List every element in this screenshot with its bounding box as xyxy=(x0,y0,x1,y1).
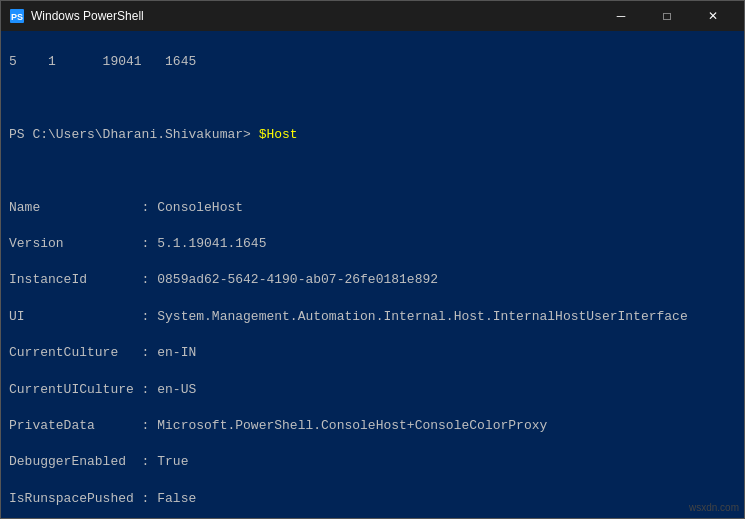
powershell-window: PS Windows PowerShell ─ □ ✕ 5 1 19041 16… xyxy=(0,0,745,519)
prompt-1: PS C:\Users\Dharani.Shivakumar> xyxy=(9,127,259,142)
window-controls: ─ □ ✕ xyxy=(598,1,736,31)
output-instanceid: InstanceId : 0859ad62-5642-4190-ab07-26f… xyxy=(9,271,736,289)
svg-text:PS: PS xyxy=(11,12,23,22)
output-currentuiculture: CurrentUICulture : en-US xyxy=(9,381,736,399)
maximize-button[interactable]: □ xyxy=(644,1,690,31)
output-debuggerenabled: DebuggerEnabled : True xyxy=(9,453,736,471)
blank-line-1 xyxy=(9,90,736,108)
terminal-body[interactable]: 5 1 19041 1645 PS C:\Users\Dharani.Shiva… xyxy=(1,31,744,518)
scrollback-line: 5 1 19041 1645 xyxy=(9,53,736,71)
output-ui: UI : System.Management.Automation.Intern… xyxy=(9,308,736,326)
close-button[interactable]: ✕ xyxy=(690,1,736,31)
blank-line-2 xyxy=(9,162,736,180)
output-version: Version : 5.1.19041.1645 xyxy=(9,235,736,253)
watermark: wsxdn.com xyxy=(689,502,739,513)
output-isrunspacepushed: IsRunspacePushed : False xyxy=(9,490,736,508)
output-name: Name : ConsoleHost xyxy=(9,199,736,217)
minimize-button[interactable]: ─ xyxy=(598,1,644,31)
prompt-line-1: PS C:\Users\Dharani.Shivakumar> $Host xyxy=(9,126,736,144)
output-privatedata: PrivateData : Microsoft.PowerShell.Conso… xyxy=(9,417,736,435)
app-icon: PS xyxy=(9,8,25,24)
window-title: Windows PowerShell xyxy=(31,9,598,23)
output-currentculture: CurrentCulture : en-IN xyxy=(9,344,736,362)
command-1: $Host xyxy=(259,127,298,142)
titlebar: PS Windows PowerShell ─ □ ✕ xyxy=(1,1,744,31)
